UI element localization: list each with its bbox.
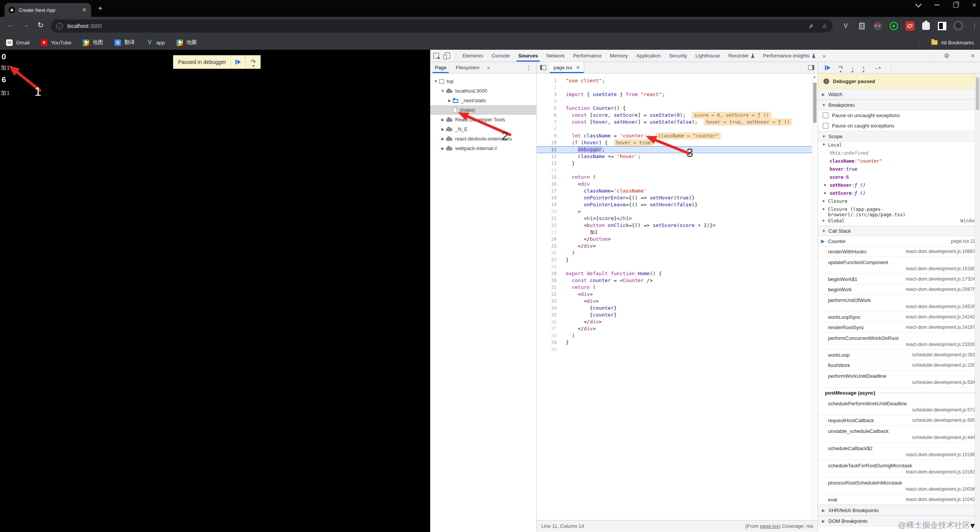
- callstack-frame-flushwork[interactable]: flushWorkscheduler.development.js:230: [818, 360, 980, 370]
- callstack-frame-renderrootsync[interactable]: renderRootSyncreact-dom.development.js:2…: [818, 322, 980, 333]
- code-line[interactable]: 34 {counter}: [537, 305, 818, 312]
- callstack-frame-counter[interactable]: Counterpage.tsx:11: [818, 236, 980, 246]
- tab-application[interactable]: Application: [632, 50, 665, 62]
- more-tabs-icon[interactable]: »: [820, 53, 829, 59]
- tree-item--next-static[interactable]: ▶_next/static: [430, 96, 536, 105]
- url-bar[interactable]: i localhost:3000 ⇗ ☆: [51, 20, 833, 33]
- tree-item-react-devtools-extensions[interactable]: ▶react-devtools-extensions: [430, 134, 536, 144]
- inspect-element-icon[interactable]: [430, 50, 442, 62]
- reload-button[interactable]: ↻: [38, 21, 44, 29]
- source-file-link[interactable]: page.tsx: [760, 523, 779, 529]
- code-line[interactable]: 16 <div: [537, 181, 818, 188]
- step-out-icon[interactable]: ↑: [862, 65, 865, 70]
- callstack-frame-updatefunctioncomponent[interactable]: updateFunctionComponentreact-dom.develop…: [818, 257, 980, 274]
- tree-item-top[interactable]: ▼top: [430, 77, 536, 86]
- code-line[interactable]: 19 onPointerLeave={() => setHover(false)…: [537, 201, 818, 208]
- tab-console[interactable]: Console: [487, 50, 514, 62]
- code-line[interactable]: 10 if (hover) {hover = true: [537, 139, 818, 146]
- code-line[interactable]: 24 </button>: [537, 236, 818, 243]
- chevron-right-icon[interactable]: ▶: [447, 98, 452, 103]
- code-line[interactable]: 1"use client";: [537, 77, 818, 84]
- callstack-frame-workloopsync[interactable]: workLoopSyncreact-dom.development.js:242…: [818, 312, 980, 322]
- devtools-menu-icon[interactable]: ⋮: [957, 52, 963, 59]
- code-line[interactable]: 31 return (: [537, 284, 818, 291]
- tab-lighthouse[interactable]: Lighthouse: [691, 50, 724, 62]
- scope-property[interactable]: className: "counter": [818, 158, 980, 166]
- callstack-frame-scheduletaskforrootduringmicrotask[interactable]: scheduleTaskForRootDuringMicrotaskreact-…: [818, 460, 980, 477]
- navigator-tab-filesystem[interactable]: Filesystem: [451, 62, 484, 73]
- bookmark-item[interactable]: 地圖: [176, 39, 197, 46]
- chevron-right-icon[interactable]: ▶: [824, 183, 830, 187]
- new-tab-button[interactable]: +: [98, 5, 103, 12]
- dom-breakpoints-header[interactable]: ▶ DOM Breakpoints: [818, 516, 980, 526]
- chevron-right-icon[interactable]: ▶: [823, 218, 828, 222]
- checkbox-caught[interactable]: [823, 123, 828, 129]
- scope-property[interactable]: score: 6: [818, 174, 980, 182]
- react-query-extension-icon[interactable]: [905, 21, 915, 31]
- tab-network[interactable]: Network: [542, 50, 569, 62]
- devtools-close-icon[interactable]: ×: [971, 52, 975, 60]
- file-tab-page-tsx[interactable]: page.tsx ✕: [550, 62, 584, 73]
- code-line[interactable]: 37 </div>: [537, 325, 818, 332]
- callstack-frame-performconcurrentworkonroot[interactable]: performConcurrentWorkOnRootreact-dom.dev…: [818, 333, 980, 350]
- code-line[interactable]: 35 {counter}: [537, 312, 818, 318]
- code-line[interactable]: 4: [537, 98, 818, 105]
- tree-item-localhost-3000[interactable]: ▼localhost:3000: [430, 86, 536, 96]
- callstack-frame-performunitofwork[interactable]: performUnitOfWorkreact-dom.development.j…: [818, 295, 980, 312]
- navigator-more-tabs-icon[interactable]: »: [484, 65, 493, 71]
- code-line[interactable]: 15 return (: [537, 174, 818, 181]
- vue-devtools-extension-icon[interactable]: V: [841, 21, 851, 31]
- close-file-icon[interactable]: ✕: [576, 65, 580, 70]
- chevron-right-icon[interactable]: ▶: [823, 207, 828, 211]
- window-minimize-button[interactable]: [934, 5, 939, 5]
- bookmark-star-icon[interactable]: ☆: [822, 23, 827, 30]
- code-line[interactable]: 20 >: [537, 208, 818, 215]
- increment-button[interactable]: 加1: [1, 90, 10, 97]
- sidebar-scrollbar[interactable]: [975, 73, 980, 532]
- pause-uncaught-row[interactable]: Pause on uncaught exceptions: [818, 110, 980, 121]
- code-line[interactable]: 30 const counter = <Counter />: [537, 277, 818, 284]
- tree-item-webpack-internal-[interactable]: ▶webpack-internal://: [430, 144, 536, 153]
- code-line[interactable]: 39}: [537, 339, 818, 346]
- browser-menu-icon[interactable]: ⋮: [970, 21, 980, 31]
- extensions-puzzle-icon[interactable]: [921, 21, 931, 31]
- all-bookmarks-button[interactable]: All Bookmarks: [931, 40, 974, 46]
- forward-button[interactable]: →: [22, 21, 29, 29]
- step-into-icon[interactable]: ↓: [851, 65, 854, 70]
- code-line[interactable]: 40: [537, 346, 818, 353]
- code-line[interactable]: 33 <div>: [537, 298, 818, 305]
- chevron-down-icon[interactable]: ▼: [433, 79, 438, 83]
- tab-security[interactable]: Security: [665, 50, 691, 62]
- tab-sources[interactable]: Sources: [514, 50, 542, 62]
- scope-property[interactable]: ▶setScore: ƒ (): [818, 190, 980, 198]
- code-line[interactable]: 29export default function Home() {: [537, 270, 818, 277]
- chevron-right-icon[interactable]: ▶: [824, 191, 830, 195]
- code-line[interactable]: 3import { useState } from "react";: [537, 91, 818, 98]
- collapse-sidebar-icon[interactable]: [808, 65, 814, 70]
- code-line[interactable]: 22 <button onClick={() => setScore(score…: [537, 222, 818, 229]
- profile-avatar[interactable]: [953, 21, 964, 31]
- chevron-right-icon[interactable]: ▶: [440, 127, 445, 131]
- tree-item-react-developer-tools[interactable]: ▶React Developer Tools: [430, 115, 536, 124]
- code-line[interactable]: 9 let className = 'counter';className = …: [537, 132, 818, 139]
- code-line[interactable]: 21 <h1>{score}</h1>: [537, 215, 818, 222]
- watch-section-header[interactable]: ▶ Watch: [818, 89, 980, 100]
- scope-section[interactable]: ▶Closure ((app-pages-browser)/./src/app/…: [818, 206, 980, 217]
- scope-property[interactable]: hover: true: [818, 166, 980, 174]
- tab-performance[interactable]: Performance: [569, 50, 606, 62]
- tab-recorder[interactable]: Recorder: [724, 50, 758, 62]
- callstack-frame-scheduleperformworkuntildeadline[interactable]: schedulePerformWorkUntilDeadlineschedule…: [818, 398, 980, 415]
- navigator-menu-icon[interactable]: ⋮: [526, 64, 536, 71]
- code-line[interactable]: 6 const [score, setScore] = useState(0);…: [537, 112, 818, 119]
- tab-memory[interactable]: Memory: [606, 50, 632, 62]
- bookmark-item[interactable]: YouTube: [41, 39, 71, 46]
- code-line[interactable]: 38 ): [537, 332, 818, 339]
- step-over-icon[interactable]: ↷: [838, 65, 843, 70]
- code-line[interactable]: 5function Counter() {: [537, 105, 818, 112]
- chevron-right-icon[interactable]: ▶: [823, 199, 828, 203]
- code-area[interactable]: ▲ 1"use client";23import { useState } fr…: [537, 73, 818, 520]
- callstack-section-header[interactable]: ▼ Call Stack: [818, 225, 980, 236]
- step-icon[interactable]: →•: [873, 65, 881, 70]
- code-line[interactable]: 14: [537, 167, 818, 174]
- code-line[interactable]: 17 className='className': [537, 188, 818, 194]
